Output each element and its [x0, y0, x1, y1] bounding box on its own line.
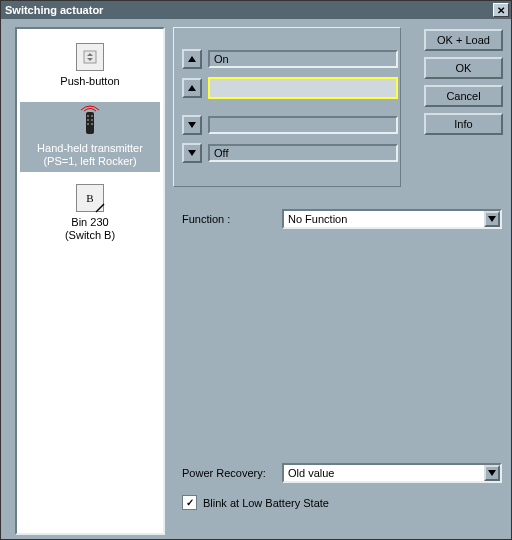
svg-rect-0: [84, 51, 96, 63]
device-bin230[interactable]: B Bin 230 (Switch B): [20, 182, 160, 246]
svg-marker-12: [188, 85, 196, 91]
bin230-icon: B: [76, 184, 104, 212]
push-button-icon: [76, 43, 104, 71]
power-recovery-select[interactable]: Old value: [282, 463, 502, 483]
titlebar: Switching actuator ✕: [1, 1, 511, 19]
svg-point-9: [91, 123, 93, 125]
row-arrow-down-icon[interactable]: [182, 143, 202, 163]
device-handheld-transmitter[interactable]: Hand-held transmitter (PS=1, left Rocker…: [20, 102, 160, 172]
svg-rect-3: [86, 112, 94, 134]
device-push-button[interactable]: Push-button: [20, 41, 160, 92]
device-sublabel: (Switch B): [65, 229, 115, 242]
action-slot-selected[interactable]: [208, 77, 398, 99]
action-row-up-double: On: [182, 49, 398, 69]
remote-icon: [77, 104, 103, 138]
info-button[interactable]: Info: [424, 113, 503, 135]
blink-checkbox-label: Blink at Low Battery State: [203, 497, 329, 509]
device-sublabel: (PS=1, left Rocker): [37, 155, 143, 168]
device-label: Hand-held transmitter: [37, 142, 143, 155]
svg-marker-11: [188, 56, 196, 62]
action-row-up-single: [182, 77, 398, 99]
function-select[interactable]: No Function: [282, 209, 502, 229]
action-slot[interactable]: [208, 116, 398, 134]
button-column: OK + Load OK Cancel Info: [424, 29, 503, 135]
svg-point-5: [91, 115, 93, 117]
power-recovery-label: Power Recovery:: [182, 467, 282, 479]
device-list: Push-button Hand-held transmitter: [15, 27, 165, 535]
svg-point-8: [87, 123, 89, 125]
device-label: Bin 230: [65, 216, 115, 229]
ok-load-button[interactable]: OK + Load: [424, 29, 503, 51]
blink-checkbox-row: ✓ Blink at Low Battery State: [182, 495, 329, 510]
window-title: Switching actuator: [5, 4, 103, 16]
power-recovery-row: Power Recovery: Old value: [182, 463, 502, 483]
action-slot[interactable]: On: [208, 50, 398, 68]
blink-checkbox[interactable]: ✓: [182, 495, 197, 510]
action-row-down-single: [182, 115, 398, 135]
function-value: No Function: [288, 213, 347, 225]
action-slot[interactable]: Off: [208, 144, 398, 162]
close-button[interactable]: ✕: [493, 3, 509, 17]
row-arrow-up-icon[interactable]: [182, 78, 202, 98]
chevron-down-icon: [484, 465, 500, 481]
row-arrow-up-icon[interactable]: [182, 49, 202, 69]
svg-point-7: [91, 119, 93, 121]
svg-marker-14: [188, 150, 196, 156]
function-row: Function : No Function: [182, 209, 502, 229]
action-row-down-double: Off: [182, 143, 398, 163]
function-label: Function :: [182, 213, 282, 225]
svg-marker-15: [488, 216, 496, 222]
power-recovery-value: Old value: [288, 467, 334, 479]
svg-marker-13: [188, 122, 196, 128]
svg-marker-16: [488, 470, 496, 476]
ok-button[interactable]: OK: [424, 57, 503, 79]
row-arrow-down-icon[interactable]: [182, 115, 202, 135]
cancel-button[interactable]: Cancel: [424, 85, 503, 107]
chevron-down-icon: [484, 211, 500, 227]
dialog-window: Switching actuator ✕ Push-button: [0, 0, 512, 540]
device-label: Push-button: [60, 75, 119, 87]
svg-point-6: [87, 119, 89, 121]
svg-line-10: [96, 204, 104, 212]
svg-point-4: [87, 115, 89, 117]
